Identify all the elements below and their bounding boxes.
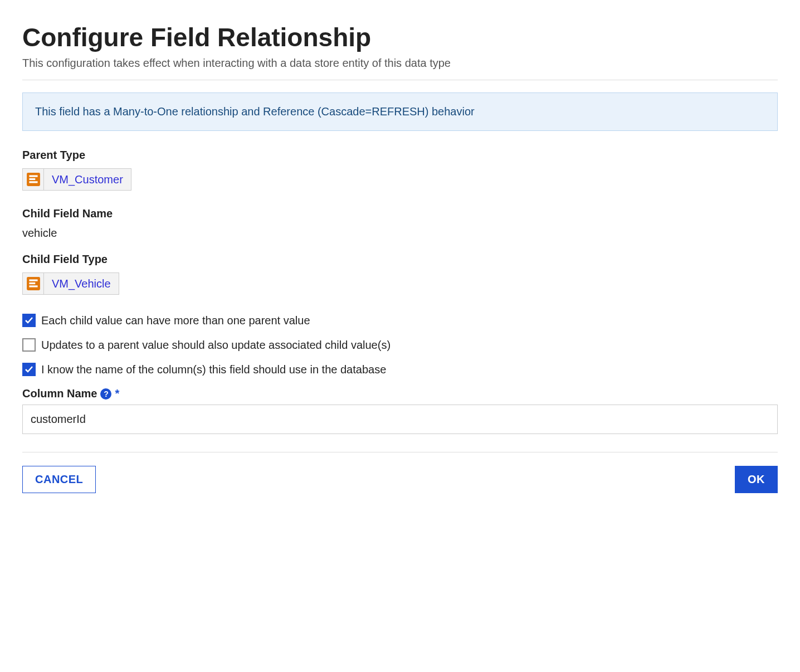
- checkbox-row-cascade-update: Updates to a parent value should also up…: [22, 338, 778, 352]
- svg-rect-1: [29, 175, 37, 177]
- checkbox-cascade-update[interactable]: [22, 338, 36, 352]
- header-divider: [22, 80, 778, 80]
- data-type-icon: [23, 273, 44, 294]
- svg-rect-2: [29, 178, 35, 180]
- column-name-label-row: Column Name ? *: [22, 387, 778, 400]
- info-banner: This field has a Many-to-One relationshi…: [22, 92, 778, 131]
- checkbox-row-know-column: I know the name of the column(s) this fi…: [22, 363, 778, 376]
- svg-rect-5: [29, 279, 37, 281]
- checkbox-row-multi-parent: Each child value can have more than one …: [22, 314, 778, 327]
- checkbox-know-column-label: I know the name of the column(s) this fi…: [41, 363, 386, 376]
- cancel-button[interactable]: CANCEL: [22, 466, 96, 493]
- column-name-label: Column Name: [22, 387, 97, 400]
- checkbox-cascade-update-label: Updates to a parent value should also up…: [41, 339, 391, 352]
- page-subtitle: This configuration takes effect when int…: [22, 57, 778, 70]
- svg-rect-6: [29, 283, 35, 284]
- parent-type-label: Parent Type: [22, 149, 778, 162]
- column-name-input[interactable]: [22, 405, 778, 434]
- child-field-type-value: VM_Vehicle: [44, 273, 119, 294]
- svg-rect-7: [29, 285, 37, 287]
- ok-button[interactable]: OK: [735, 466, 778, 493]
- checkbox-multi-parent[interactable]: [22, 314, 36, 327]
- svg-rect-3: [29, 181, 37, 183]
- check-icon: [25, 316, 33, 325]
- child-field-type-label: Child Field Type: [22, 253, 778, 266]
- required-indicator: *: [115, 387, 119, 400]
- page-title: Configure Field Relationship: [22, 22, 778, 52]
- child-field-name-value: vehicle: [22, 227, 778, 240]
- parent-type-value: VM_Customer: [44, 169, 131, 190]
- child-field-type-chip[interactable]: VM_Vehicle: [22, 272, 119, 295]
- child-field-name-label: Child Field Name: [22, 207, 778, 220]
- parent-type-chip[interactable]: VM_Customer: [22, 168, 131, 191]
- help-icon[interactable]: ?: [100, 388, 111, 400]
- data-type-icon: [23, 169, 44, 190]
- check-icon: [25, 365, 33, 374]
- checkbox-multi-parent-label: Each child value can have more than one …: [41, 314, 310, 327]
- footer-bar: CANCEL OK: [22, 452, 778, 493]
- checkbox-know-column[interactable]: [22, 363, 36, 376]
